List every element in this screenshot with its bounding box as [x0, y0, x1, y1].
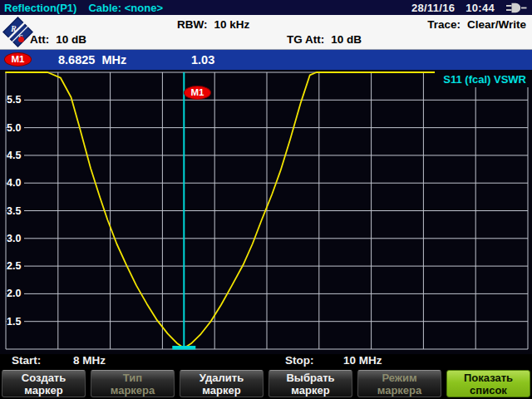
softkey-label-line1: Тип: [91, 372, 174, 384]
rbw-label: RBW:: [177, 18, 208, 31]
y-axis-tick-label: 4.5: [7, 149, 24, 162]
softkey-label-line1: Удалить: [180, 372, 263, 384]
trace-setting: Trace: Clear/Write: [427, 18, 526, 31]
stop-label: Stop:: [285, 354, 314, 367]
marker-value-readout: 1.03: [191, 53, 214, 66]
date-label: 28/11/16: [411, 2, 455, 14]
softkey-create-marker[interactable]: Создать маркер: [2, 370, 86, 397]
att-value: 10 dB: [56, 33, 86, 46]
softkey-label-line1: Показать: [447, 372, 530, 384]
marker-name: M1: [12, 55, 25, 64]
softkey-label-line2: маркера: [91, 384, 174, 397]
trace-value: Clear/Write: [467, 18, 526, 31]
trace-mode-label: S11 (fcal) VSWR: [435, 71, 529, 87]
softkey-label-line1: Режим: [358, 372, 441, 384]
rbw-setting: RBW: 10 kHz: [177, 18, 249, 31]
softkey-select-marker[interactable]: Выбрать маркер: [268, 370, 352, 397]
marker-position-tick: [172, 346, 195, 350]
marker-flag-text: M1: [191, 88, 204, 97]
marker-readout-bar: M1 8.6825 MHz 1.03: [0, 50, 532, 70]
start-label: Start:: [12, 354, 41, 367]
svg-text:R: R: [10, 24, 17, 33]
cable-status: Cable: <none>: [88, 2, 163, 14]
softkey-label-line2: маркер: [180, 384, 263, 397]
vswr-chart: 5.55.04.54.03.53.02.52.01.5 S11 (fcal) V…: [0, 70, 532, 354]
softkey-bar: Создать маркер Тип маркера Удалить марке…: [0, 368, 532, 399]
settings-header: R S RBW: 10 kHz Trace: Clear/Write Att: …: [0, 15, 532, 50]
marker-m1-flag[interactable]: M1: [184, 86, 211, 100]
titlebar-right: 28/11/16 10:44: [411, 2, 528, 14]
softkey-marker-type[interactable]: Тип маркера: [91, 370, 175, 397]
y-axis-tick-label: 2.0: [7, 287, 24, 300]
stop-value: 10 MHz: [343, 354, 382, 367]
chart-canvas: [0, 70, 532, 354]
ac-power-plug-icon: [505, 2, 528, 13]
softkey-show-list[interactable]: Показать список: [446, 370, 530, 397]
y-axis-tick-label: 3.0: [7, 232, 24, 245]
tg-att-label: TG Att:: [287, 33, 324, 46]
y-axis-tick-label: 4.0: [7, 176, 24, 190]
start-value: 8 MHz: [73, 354, 106, 367]
marker-m1-badge[interactable]: M1: [4, 52, 32, 66]
softkey-label-line1: Выбрать: [269, 372, 352, 384]
softkey-label-line2: маркер: [269, 384, 352, 397]
y-axis-tick-label: 2.5: [7, 259, 24, 273]
time-label: 10:44: [466, 2, 495, 14]
y-axis-tick-label: 1.5: [7, 315, 24, 328]
y-axis-tick-label: 5.5: [7, 93, 24, 106]
trace-label: Trace:: [427, 18, 461, 31]
softkey-label-line1: Создать: [2, 372, 85, 384]
frequency-range-bar: Start: 8 MHz Stop: 10 MHz: [0, 354, 532, 368]
y-axis-tick-label: 3.5: [7, 204, 24, 218]
attenuation-setting: Att: 10 dB: [18, 33, 86, 46]
softkey-delete-marker[interactable]: Удалить маркер: [180, 370, 264, 397]
y-axis-tick-label: 5.0: [7, 121, 24, 135]
rbw-value: 10 kHz: [214, 18, 250, 31]
softkey-marker-mode[interactable]: Режим маркера: [357, 370, 441, 397]
tg-attenuation-setting: TG Att: 10 dB: [287, 33, 362, 46]
measurement-title: Reflection(P1): [4, 2, 76, 14]
softkey-label-line2: маркера: [358, 384, 441, 397]
att-label: Att:: [30, 33, 49, 46]
red-dot-indicator: [18, 37, 24, 42]
tg-att-value: 10 dB: [331, 33, 362, 46]
marker-frequency-readout: 8.6825 MHz: [58, 53, 126, 66]
softkey-label-line2: список: [447, 384, 530, 397]
softkey-label-line2: маркер: [2, 384, 85, 397]
title-bar: Reflection(P1) Cable: <none> 28/11/16 10…: [0, 0, 532, 15]
